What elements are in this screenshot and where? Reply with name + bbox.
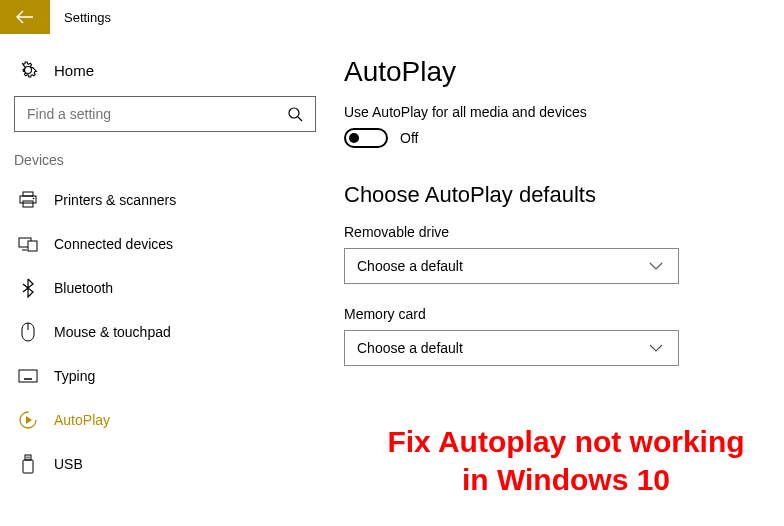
- sidebar-item-label: Connected devices: [54, 236, 173, 252]
- autoplay-icon: [18, 410, 38, 430]
- page-title: AutoPlay: [344, 56, 756, 88]
- devices-icon: [18, 234, 38, 254]
- svg-line-1: [298, 117, 302, 121]
- overlay-line1: Fix Autoplay not working: [356, 423, 776, 461]
- sidebar-item-connected[interactable]: Connected devices: [14, 222, 316, 266]
- sidebar-item-label: Mouse & touchpad: [54, 324, 171, 340]
- sidebar-item-label: Bluetooth: [54, 280, 113, 296]
- gear-icon: [18, 60, 38, 80]
- home-link[interactable]: Home: [14, 54, 316, 96]
- home-label: Home: [54, 62, 94, 79]
- sidebar-item-label: AutoPlay: [54, 412, 110, 428]
- select-value: Choose a default: [357, 258, 463, 274]
- sidebar-item-label: USB: [54, 456, 83, 472]
- removable-drive-label: Removable drive: [344, 224, 756, 240]
- svg-rect-20: [25, 455, 31, 460]
- search-icon: [285, 104, 305, 124]
- sidebar-item-mouse[interactable]: Mouse & touchpad: [14, 310, 316, 354]
- sidebar-item-autoplay[interactable]: AutoPlay: [14, 398, 316, 442]
- svg-marker-19: [26, 416, 32, 424]
- removable-drive-select[interactable]: Choose a default: [344, 248, 679, 284]
- window-title: Settings: [50, 10, 111, 25]
- keyboard-icon: [18, 366, 38, 386]
- autoplay-toggle[interactable]: [344, 128, 388, 148]
- back-button[interactable]: [0, 0, 50, 34]
- svg-rect-7: [28, 241, 37, 251]
- overlay-line2: in Windows 10: [356, 461, 776, 499]
- chevron-down-icon: [646, 256, 666, 276]
- svg-rect-2: [23, 192, 33, 196]
- title-bar: Settings: [0, 0, 784, 34]
- svg-rect-3: [20, 196, 36, 203]
- sidebar-item-bluetooth[interactable]: Bluetooth: [14, 266, 316, 310]
- bluetooth-icon: [18, 278, 38, 298]
- svg-rect-11: [19, 370, 37, 382]
- section-heading: Choose AutoPlay defaults: [344, 182, 756, 208]
- svg-rect-21: [23, 460, 33, 473]
- sidebar-item-label: Typing: [54, 368, 95, 384]
- search-box[interactable]: [14, 96, 316, 132]
- memory-card-label: Memory card: [344, 306, 756, 322]
- search-input[interactable]: [27, 106, 267, 122]
- sidebar-item-usb[interactable]: USB: [14, 442, 316, 486]
- select-value: Choose a default: [357, 340, 463, 356]
- chevron-down-icon: [646, 338, 666, 358]
- usb-icon: [18, 454, 38, 474]
- mouse-icon: [18, 322, 38, 342]
- sidebar-item-printers[interactable]: Printers & scanners: [14, 178, 316, 222]
- svg-point-0: [289, 108, 299, 118]
- toggle-knob: [349, 133, 359, 143]
- toggle-description: Use AutoPlay for all media and devices: [344, 104, 756, 120]
- sidebar-item-typing[interactable]: Typing: [14, 354, 316, 398]
- sidebar: Home Devices Printers & scanners Connect…: [0, 34, 330, 526]
- category-label: Devices: [14, 150, 316, 178]
- svg-point-5: [33, 198, 35, 200]
- svg-rect-4: [23, 201, 33, 207]
- arrow-left-icon: [15, 7, 35, 27]
- toggle-state: Off: [400, 130, 418, 146]
- sidebar-item-label: Printers & scanners: [54, 192, 176, 208]
- overlay-caption: Fix Autoplay not working in Windows 10: [356, 423, 776, 498]
- memory-card-select[interactable]: Choose a default: [344, 330, 679, 366]
- printer-icon: [18, 190, 38, 210]
